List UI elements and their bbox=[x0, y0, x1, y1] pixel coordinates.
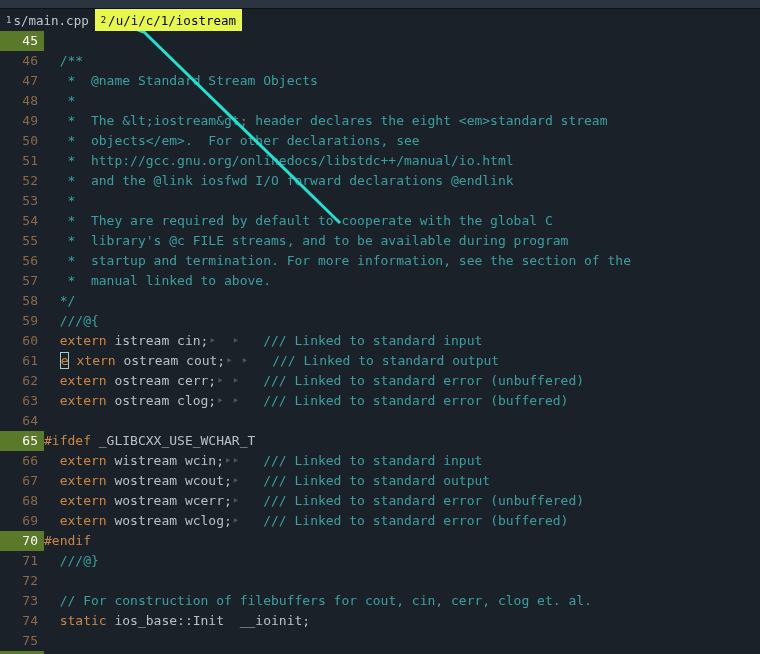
line-number: 73 bbox=[0, 591, 44, 611]
code-editor[interactable]: 4546 /**47 * @name Standard Stream Objec… bbox=[0, 31, 760, 653]
code-line[interactable]: 71 ///@} bbox=[0, 551, 760, 571]
code-line[interactable]: 57 * manual linked to above. bbox=[0, 271, 760, 291]
line-number: 72 bbox=[0, 571, 44, 591]
code-content: #ifdef _GLIBCXX_USE_WCHAR_T bbox=[44, 431, 760, 451]
line-number: 75 bbox=[0, 631, 44, 651]
code-line[interactable]: 70#endif bbox=[0, 531, 760, 551]
code-line[interactable]: 60 extern istream cin;‣ ‣ /// Linked to … bbox=[0, 331, 760, 351]
code-line[interactable]: 75 bbox=[0, 631, 760, 651]
code-line[interactable]: 74 static ios_base::Init __ioinit; bbox=[0, 611, 760, 631]
code-line[interactable]: 46 /** bbox=[0, 51, 760, 71]
code-line[interactable]: 55 * library's @c FILE streams, and to b… bbox=[0, 231, 760, 251]
code-content: */ bbox=[44, 291, 760, 311]
code-content bbox=[44, 631, 760, 651]
code-line[interactable]: 63 extern ostream clog;‣ ‣ /// Linked to… bbox=[0, 391, 760, 411]
line-number: 52 bbox=[0, 171, 44, 191]
line-number: 70 bbox=[0, 531, 44, 551]
code-content: #endif bbox=[44, 531, 760, 551]
code-content: extern ostream clog;‣ ‣ /// Linked to st… bbox=[44, 391, 760, 411]
code-content: extern ostream cout;‣ ‣ /// Linked to st… bbox=[44, 351, 760, 371]
code-content: extern ostream cerr;‣ ‣ /// Linked to st… bbox=[44, 371, 760, 391]
line-number: 60 bbox=[0, 331, 44, 351]
code-line[interactable]: 48 * bbox=[0, 91, 760, 111]
code-content: extern wostream wcout;‣ /// Linked to st… bbox=[44, 471, 760, 491]
tab-index: 2 bbox=[101, 15, 106, 25]
code-content: extern istream cin;‣ ‣ /// Linked to sta… bbox=[44, 331, 760, 351]
tab-main-cpp[interactable]: 1s/main.cpp bbox=[0, 9, 95, 31]
code-content: * The &lt;iostream&gt; header declares t… bbox=[44, 111, 760, 131]
code-line[interactable]: 56 * startup and termination. For more i… bbox=[0, 251, 760, 271]
code-line[interactable]: 61 extern ostream cout;‣ ‣ /// Linked to… bbox=[0, 351, 760, 371]
line-number: 57 bbox=[0, 271, 44, 291]
code-content: static ios_base::Init __ioinit; bbox=[44, 611, 760, 631]
line-number: 63 bbox=[0, 391, 44, 411]
code-content: * and the @link iosfwd I/O forward decla… bbox=[44, 171, 760, 191]
line-number: 56 bbox=[0, 251, 44, 271]
tab-bar: 1s/main.cpp 2/u/i/c/1/iostream bbox=[0, 9, 760, 31]
line-number: 66 bbox=[0, 451, 44, 471]
code-line[interactable]: 51 * http://gcc.gnu.org/onlinedocs/libst… bbox=[0, 151, 760, 171]
code-content: // For construction of filebuffers for c… bbox=[44, 591, 760, 611]
line-number: 65 bbox=[0, 431, 44, 451]
line-number: 68 bbox=[0, 491, 44, 511]
code-line[interactable]: 54 * They are required by default to coo… bbox=[0, 211, 760, 231]
line-number: 69 bbox=[0, 511, 44, 531]
line-number: 54 bbox=[0, 211, 44, 231]
line-number: 47 bbox=[0, 71, 44, 91]
code-line[interactable]: 53 * bbox=[0, 191, 760, 211]
line-number: 45 bbox=[0, 31, 44, 51]
tab-index: 1 bbox=[6, 15, 11, 25]
code-content bbox=[44, 411, 760, 431]
line-number: 74 bbox=[0, 611, 44, 631]
code-line[interactable]: 73 // For construction of filebuffers fo… bbox=[0, 591, 760, 611]
code-line[interactable]: 72 bbox=[0, 571, 760, 591]
code-line[interactable]: 58 */ bbox=[0, 291, 760, 311]
code-content: * startup and termination. For more info… bbox=[44, 251, 760, 271]
line-number: 50 bbox=[0, 131, 44, 151]
code-line[interactable]: 65#ifdef _GLIBCXX_USE_WCHAR_T bbox=[0, 431, 760, 451]
code-content: * manual linked to above. bbox=[44, 271, 760, 291]
code-line[interactable]: 67 extern wostream wcout;‣ /// Linked to… bbox=[0, 471, 760, 491]
code-content: * @name Standard Stream Objects bbox=[44, 71, 760, 91]
line-number: 51 bbox=[0, 151, 44, 171]
code-line[interactable]: 49 * The &lt;iostream&gt; header declare… bbox=[0, 111, 760, 131]
line-number: 64 bbox=[0, 411, 44, 431]
code-line[interactable]: 59 ///@{ bbox=[0, 311, 760, 331]
window-titlebar bbox=[0, 0, 760, 9]
line-number: 67 bbox=[0, 471, 44, 491]
line-number: 55 bbox=[0, 231, 44, 251]
code-content: * They are required by default to cooper… bbox=[44, 211, 760, 231]
code-content: extern wostream wclog;‣ /// Linked to st… bbox=[44, 511, 760, 531]
tab-iostream[interactable]: 2/u/i/c/1/iostream bbox=[95, 9, 242, 31]
line-number: 62 bbox=[0, 371, 44, 391]
tab-label: s/main.cpp bbox=[13, 13, 88, 28]
code-content: * http://gcc.gnu.org/onlinedocs/libstdc+… bbox=[44, 151, 760, 171]
code-content: extern wostream wcerr;‣ /// Linked to st… bbox=[44, 491, 760, 511]
code-content: extern wistream wcin;‣‣ /// Linked to st… bbox=[44, 451, 760, 471]
code-content: * library's @c FILE streams, and to be a… bbox=[44, 231, 760, 251]
code-content: ///@{ bbox=[44, 311, 760, 331]
code-content bbox=[44, 31, 760, 51]
code-content: /** bbox=[44, 51, 760, 71]
code-content: * bbox=[44, 191, 760, 211]
code-line[interactable]: 52 * and the @link iosfwd I/O forward de… bbox=[0, 171, 760, 191]
line-number: 46 bbox=[0, 51, 44, 71]
code-line[interactable]: 47 * @name Standard Stream Objects bbox=[0, 71, 760, 91]
code-line[interactable]: 69 extern wostream wclog;‣ /// Linked to… bbox=[0, 511, 760, 531]
line-number: 48 bbox=[0, 91, 44, 111]
line-number: 53 bbox=[0, 191, 44, 211]
line-number: 61 bbox=[0, 351, 44, 371]
code-line[interactable]: 50 * objects</em>. For other declaration… bbox=[0, 131, 760, 151]
tab-label: /u/i/c/1/iostream bbox=[108, 13, 236, 28]
code-content: * bbox=[44, 91, 760, 111]
code-line[interactable]: 68 extern wostream wcerr;‣ /// Linked to… bbox=[0, 491, 760, 511]
line-number: 58 bbox=[0, 291, 44, 311]
code-line[interactable]: 62 extern ostream cerr;‣ ‣ /// Linked to… bbox=[0, 371, 760, 391]
code-content bbox=[44, 571, 760, 591]
code-line[interactable]: 64 bbox=[0, 411, 760, 431]
line-number: 59 bbox=[0, 311, 44, 331]
code-line[interactable]: 45 bbox=[0, 31, 760, 51]
code-line[interactable]: 66 extern wistream wcin;‣‣ /// Linked to… bbox=[0, 451, 760, 471]
line-number: 71 bbox=[0, 551, 44, 571]
line-number: 49 bbox=[0, 111, 44, 131]
